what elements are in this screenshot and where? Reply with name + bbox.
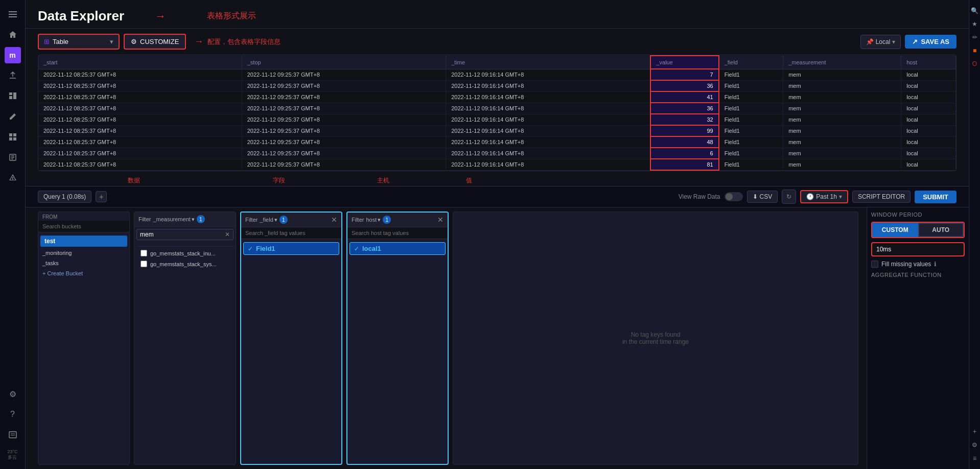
table-cell-8-6: local [901, 159, 956, 170]
fill-missing-checkbox[interactable] [871, 261, 878, 268]
table-cell-6-1: 2022-11-12 09:25:37 GMT+8 [242, 136, 446, 148]
table-cell-8-5: mem [783, 159, 901, 170]
bucket-list: test _monitoring _tasks + Create Bucket [38, 232, 129, 464]
search-host-input[interactable] [347, 227, 448, 239]
search-icon-right[interactable]: 🔍 [971, 7, 978, 14]
sidebar-item-help[interactable]: ? [5, 406, 21, 423]
table-cell-2-2: 2022-11-12 09:16:14 GMT+8 [446, 91, 651, 103]
orange-icon-right[interactable]: ■ [973, 47, 976, 54]
script-editor-button[interactable]: SCRIPT EDITOR [852, 191, 911, 203]
table-cell-7-5: mem [783, 148, 901, 159]
col-header-host: host [901, 56, 956, 69]
field-list: ✓ Field1 [241, 239, 341, 464]
save-as-button[interactable]: ↗ SAVE AS [905, 35, 956, 49]
svg-rect-15 [12, 179, 13, 180]
bucket-item-monitoring[interactable]: _monitoring [38, 248, 129, 258]
star-icon-right[interactable]: ★ [972, 20, 977, 28]
pencil-icon-right[interactable]: ✏ [972, 34, 977, 41]
measurement-checkbox-2[interactable] [141, 261, 147, 267]
table-row: 2022-11-12 08:25:37 GMT+82022-11-12 09:2… [38, 91, 956, 103]
sidebar-item-active[interactable]: m [5, 47, 21, 63]
right-sidebar: 🔍 ★ ✏ ■ O + ⚙ ≡ [969, 0, 980, 469]
sidebar-item-settings[interactable]: ⚙ [5, 386, 21, 402]
measurement-clear-icon[interactable]: ✕ [225, 231, 230, 238]
add-query-button[interactable]: + [96, 191, 107, 202]
svg-rect-16 [9, 432, 16, 438]
table-cell-0-1: 2022-11-12 09:25:37 GMT+8 [242, 69, 446, 80]
bucket-item-tasks[interactable]: _tasks [38, 258, 129, 268]
annotation-field: 字段 [273, 176, 285, 185]
query-tab[interactable]: Query 1 (0.08s) [38, 191, 91, 203]
query-area: Query 1 (0.08s) + View Raw Data ⬇ CSV ↻ … [26, 186, 969, 469]
view-raw-toggle[interactable] [725, 192, 743, 201]
viz-label: Table [53, 38, 68, 45]
table-cell-1-3: 36 [650, 80, 718, 91]
measurement-badge: 1 [197, 215, 205, 223]
host-panel-close[interactable]: ✕ [437, 216, 444, 224]
table-cell-6-0: 2022-11-12 08:25:37 GMT+8 [38, 136, 242, 148]
refresh-icon: ↻ [786, 193, 791, 200]
field-selected-value[interactable]: Field1 [256, 245, 275, 252]
sidebar-item-logs[interactable] [5, 427, 21, 443]
sidebar-item-edit[interactable] [5, 108, 21, 125]
field-key-dropdown[interactable]: _field ▾ [260, 217, 277, 223]
bucket-item-create[interactable]: + Create Bucket [38, 268, 129, 278]
measurement-checkbox-1[interactable] [141, 250, 147, 256]
table-cell-6-6: local [901, 136, 956, 148]
customize-button[interactable]: ⚙ CUSTOMIZE [124, 34, 186, 50]
sidebar-item-dashboard[interactable] [5, 88, 21, 104]
table-cell-7-3: 6 [650, 148, 718, 159]
auto-button[interactable]: AUTO [918, 223, 964, 237]
table-cell-7-2: 2022-11-12 09:16:14 GMT+8 [446, 148, 651, 159]
o-icon-right[interactable]: O [972, 60, 977, 67]
custom-button[interactable]: CUSTOM [872, 223, 918, 237]
info-icon[interactable]: ℹ [934, 261, 937, 268]
search-buckets-input[interactable] [38, 221, 129, 232]
host-key-dropdown[interactable]: host ▾ [366, 217, 381, 223]
csv-button[interactable]: ⬇ CSV [747, 191, 778, 203]
measurement-item-2[interactable]: go_memstats_stack_sys... [136, 259, 234, 269]
aggregate-function-label: AGGREGATE FUNCTION [871, 272, 965, 278]
left-sidebar: m ⚙ ? 23°C多云 [0, 0, 26, 469]
plus-icon-right[interactable]: + [973, 428, 976, 435]
svg-rect-9 [13, 137, 16, 140]
table-cell-3-4: Field1 [719, 103, 783, 114]
refresh-button[interactable]: ↻ [782, 190, 796, 204]
sidebar-item-alerts[interactable] [5, 170, 21, 186]
view-raw-label: View Raw Data [679, 193, 720, 200]
submit-button[interactable]: SUBMIT [915, 191, 956, 203]
table-icon: ⊞ [44, 38, 50, 45]
table-row: 2022-11-12 08:25:37 GMT+82022-11-12 09:2… [38, 69, 956, 80]
table-cell-4-6: local [901, 114, 956, 125]
measurement-item-1[interactable]: go_memstats_stack_inu... [136, 248, 234, 259]
settings-icon-right[interactable]: ≡ [973, 455, 976, 462]
sidebar-item-tasks[interactable] [5, 149, 21, 166]
local-button[interactable]: 📌 Local ▾ [860, 35, 901, 49]
measurement-key: _measurement [153, 216, 190, 222]
selected-bucket[interactable]: test [40, 236, 127, 247]
no-tag-keys-text: No tag keys foundin the current time ran… [622, 331, 689, 345]
header-area: Data Explorer → 表格形式展示 [26, 0, 969, 29]
time-range-label: Past 1h [816, 193, 837, 200]
local-label: Local [876, 38, 891, 45]
viz-selector[interactable]: ⊞ Table ▾ [38, 34, 120, 50]
sidebar-item-apps[interactable] [5, 129, 21, 145]
table-cell-2-0: 2022-11-12 08:25:37 GMT+8 [38, 91, 242, 103]
window-period-input[interactable] [871, 242, 965, 256]
measurement-key-dropdown[interactable]: _measurement ▾ [153, 216, 194, 223]
filter-field-panel: Filter _field ▾ 1 ✕ ✓ Fie [240, 212, 342, 465]
field-panel-close[interactable]: ✕ [331, 216, 337, 224]
sidebar-item-home[interactable] [5, 27, 21, 43]
sidebar-item-menu[interactable] [5, 6, 21, 22]
search-field-input[interactable] [241, 227, 341, 239]
host-selected-value[interactable]: local1 [362, 245, 381, 252]
table-cell-3-2: 2022-11-12 09:16:14 GMT+8 [446, 103, 651, 114]
sidebar-item-upload[interactable] [5, 67, 21, 84]
customize-label: CUSTOMIZE [140, 38, 179, 45]
table-row: 2022-11-12 08:25:37 GMT+82022-11-12 09:2… [38, 159, 956, 170]
table-cell-5-1: 2022-11-12 09:25:37 GMT+8 [242, 125, 446, 136]
table-cell-4-4: Field1 [719, 114, 783, 125]
time-range-button[interactable]: 🕐 Past 1h ▾ [800, 190, 848, 203]
gear-icon-right[interactable]: ⚙ [972, 441, 977, 449]
svg-rect-0 [9, 11, 17, 12]
